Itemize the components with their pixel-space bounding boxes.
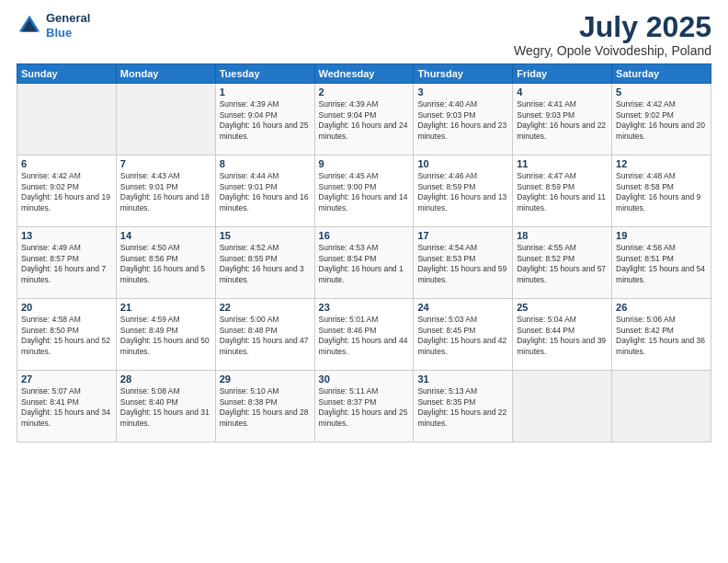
day-info: Sunrise: 4:42 AM Sunset: 9:02 PM Dayligh… [21,171,112,213]
calendar-cell: 1Sunrise: 4:39 AM Sunset: 9:04 PM Daylig… [215,84,314,155]
day-number: 28 [120,373,211,385]
day-info: Sunrise: 4:48 AM Sunset: 8:58 PM Dayligh… [616,171,707,213]
calendar-cell: 19Sunrise: 4:56 AM Sunset: 8:51 PM Dayli… [612,227,711,299]
day-number: 14 [120,230,211,241]
day-number: 21 [120,302,211,313]
col-thursday: Thursday [414,64,513,84]
col-wednesday: Wednesday [314,64,414,84]
day-number: 17 [417,230,508,241]
calendar-cell: 3Sunrise: 4:40 AM Sunset: 9:03 PM Daylig… [414,84,513,155]
day-number: 2 [319,86,410,98]
day-number: 16 [319,230,410,241]
calendar-cell: 20Sunrise: 4:58 AM Sunset: 8:50 PM Dayli… [17,299,117,371]
day-info: Sunrise: 4:56 AM Sunset: 8:51 PM Dayligh… [616,243,707,285]
subtitle: Wegry, Opole Voivodeship, Poland [514,43,711,58]
day-info: Sunrise: 5:00 AM Sunset: 8:48 PM Dayligh… [220,315,311,357]
calendar-cell: 22Sunrise: 5:00 AM Sunset: 8:48 PM Dayli… [215,299,314,371]
calendar-header: Sunday Monday Tuesday Wednesday Thursday… [17,64,711,84]
day-number: 12 [616,158,707,169]
day-number: 9 [319,158,410,169]
calendar-cell: 4Sunrise: 4:41 AM Sunset: 9:03 PM Daylig… [513,84,612,155]
logo: General Blue [17,11,90,40]
day-info: Sunrise: 5:11 AM Sunset: 8:37 PM Dayligh… [319,386,410,429]
calendar-cell: 6Sunrise: 4:42 AM Sunset: 9:02 PM Daylig… [17,155,117,227]
day-info: Sunrise: 5:08 AM Sunset: 8:40 PM Dayligh… [120,386,211,429]
days-row: Sunday Monday Tuesday Wednesday Thursday… [17,64,711,84]
calendar-cell [612,371,711,442]
day-info: Sunrise: 4:46 AM Sunset: 8:59 PM Dayligh… [417,171,508,213]
day-info: Sunrise: 4:47 AM Sunset: 8:59 PM Dayligh… [517,171,608,213]
day-number: 27 [21,373,112,385]
day-number: 22 [220,302,311,313]
day-number: 6 [21,158,112,169]
calendar-cell: 15Sunrise: 4:52 AM Sunset: 8:55 PM Dayli… [215,227,314,299]
day-info: Sunrise: 5:07 AM Sunset: 8:41 PM Dayligh… [21,386,112,429]
header: General Blue July 2025 Wegry, Opole Voiv… [17,11,711,58]
day-info: Sunrise: 4:40 AM Sunset: 9:03 PM Dayligh… [417,99,508,142]
day-number: 15 [220,230,311,241]
calendar-cell: 9Sunrise: 4:45 AM Sunset: 9:00 PM Daylig… [314,155,414,227]
col-friday: Friday [513,64,612,84]
calendar-cell: 2Sunrise: 4:39 AM Sunset: 9:04 PM Daylig… [314,84,414,155]
day-number: 19 [616,230,707,241]
calendar-cell: 7Sunrise: 4:43 AM Sunset: 9:01 PM Daylig… [116,155,215,227]
day-number: 20 [21,302,112,313]
calendar-week-4: 20Sunrise: 4:58 AM Sunset: 8:50 PM Dayli… [17,299,711,371]
day-info: Sunrise: 4:59 AM Sunset: 8:49 PM Dayligh… [120,315,211,357]
day-number: 1 [220,86,311,98]
day-info: Sunrise: 5:03 AM Sunset: 8:45 PM Dayligh… [417,315,508,357]
calendar-cell: 12Sunrise: 4:48 AM Sunset: 8:58 PM Dayli… [612,155,711,227]
calendar-cell: 16Sunrise: 4:53 AM Sunset: 8:54 PM Dayli… [314,227,414,299]
calendar-cell: 29Sunrise: 5:10 AM Sunset: 8:38 PM Dayli… [215,371,314,442]
calendar-cell: 23Sunrise: 5:01 AM Sunset: 8:46 PM Dayli… [314,299,414,371]
calendar-cell: 17Sunrise: 4:54 AM Sunset: 8:53 PM Dayli… [414,227,513,299]
calendar-week-1: 1Sunrise: 4:39 AM Sunset: 9:04 PM Daylig… [17,84,711,155]
day-number: 26 [616,302,707,313]
calendar-cell: 21Sunrise: 4:59 AM Sunset: 8:49 PM Dayli… [116,299,215,371]
day-number: 3 [417,86,508,98]
day-number: 8 [220,158,311,169]
calendar-cell: 25Sunrise: 5:04 AM Sunset: 8:44 PM Dayli… [513,299,612,371]
calendar-cell: 31Sunrise: 5:13 AM Sunset: 8:35 PM Dayli… [414,371,513,442]
day-info: Sunrise: 5:10 AM Sunset: 8:38 PM Dayligh… [220,386,311,429]
day-info: Sunrise: 4:55 AM Sunset: 8:52 PM Dayligh… [517,243,608,285]
logo-blue: Blue [46,26,72,40]
calendar-cell: 28Sunrise: 5:08 AM Sunset: 8:40 PM Dayli… [116,371,215,442]
day-number: 11 [517,158,608,169]
day-info: Sunrise: 4:45 AM Sunset: 9:00 PM Dayligh… [319,171,410,213]
day-number: 7 [120,158,211,169]
calendar-cell: 24Sunrise: 5:03 AM Sunset: 8:45 PM Dayli… [414,299,513,371]
calendar-week-3: 13Sunrise: 4:49 AM Sunset: 8:57 PM Dayli… [17,227,711,299]
day-info: Sunrise: 4:41 AM Sunset: 9:03 PM Dayligh… [517,99,608,142]
calendar-cell: 10Sunrise: 4:46 AM Sunset: 8:59 PM Dayli… [414,155,513,227]
day-number: 29 [220,373,311,385]
day-number: 4 [517,86,608,98]
day-number: 23 [319,302,410,313]
day-info: Sunrise: 4:43 AM Sunset: 9:01 PM Dayligh… [120,171,211,213]
day-number: 18 [517,230,608,241]
day-number: 25 [517,302,608,313]
logo-text: General Blue [46,11,90,40]
day-info: Sunrise: 4:42 AM Sunset: 9:02 PM Dayligh… [616,99,707,142]
day-info: Sunrise: 5:13 AM Sunset: 8:35 PM Dayligh… [417,386,508,429]
day-info: Sunrise: 4:54 AM Sunset: 8:53 PM Dayligh… [417,243,508,285]
logo-icon [17,13,42,39]
day-info: Sunrise: 4:49 AM Sunset: 8:57 PM Dayligh… [21,243,112,285]
calendar-cell [17,84,117,155]
calendar-cell [513,371,612,442]
calendar-body: 1Sunrise: 4:39 AM Sunset: 9:04 PM Daylig… [17,84,711,442]
calendar-cell: 13Sunrise: 4:49 AM Sunset: 8:57 PM Dayli… [17,227,117,299]
day-number: 30 [319,373,410,385]
calendar-cell: 11Sunrise: 4:47 AM Sunset: 8:59 PM Dayli… [513,155,612,227]
calendar-cell: 26Sunrise: 5:06 AM Sunset: 8:42 PM Dayli… [612,299,711,371]
calendar-cell: 30Sunrise: 5:11 AM Sunset: 8:37 PM Dayli… [314,371,414,442]
day-info: Sunrise: 4:58 AM Sunset: 8:50 PM Dayligh… [21,315,112,357]
col-tuesday: Tuesday [215,64,314,84]
day-info: Sunrise: 4:39 AM Sunset: 9:04 PM Dayligh… [319,99,410,142]
day-info: Sunrise: 4:39 AM Sunset: 9:04 PM Dayligh… [220,99,311,142]
col-monday: Monday [116,64,215,84]
calendar-cell: 8Sunrise: 4:44 AM Sunset: 9:01 PM Daylig… [215,155,314,227]
day-number: 31 [417,373,508,385]
calendar-cell: 27Sunrise: 5:07 AM Sunset: 8:41 PM Dayli… [17,371,117,442]
day-info: Sunrise: 5:01 AM Sunset: 8:46 PM Dayligh… [319,315,410,357]
